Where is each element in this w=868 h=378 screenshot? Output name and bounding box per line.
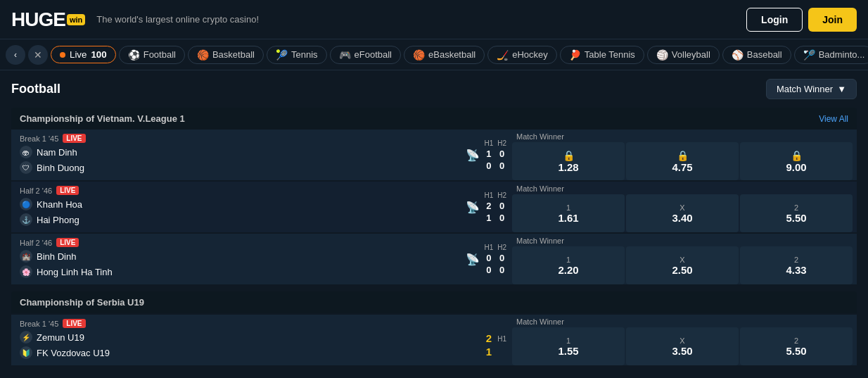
odd-value-x: 4.75 (672, 161, 692, 173)
logo-text: HUGE (11, 8, 65, 31)
odd-box-x[interactable]: 🔒 4.75 (626, 142, 739, 180)
league-header: Championship of Serbia U19 (11, 291, 857, 313)
team-logo: 🔵 (20, 198, 32, 210)
lock-icon: 🔒 (677, 150, 689, 161)
odd-box-1[interactable]: 🔒 1.28 (512, 142, 625, 180)
match-status-line: Half 2 '46 LIVE (20, 186, 452, 195)
odd-box-x[interactable]: X 3.50 (626, 327, 739, 365)
nav-item-tabletennis[interactable]: 🏓 Table Tennis (560, 46, 644, 64)
score-main-col: 2 1 (486, 323, 492, 358)
nav-item-ehockey[interactable]: 🏒 eHockey (487, 46, 557, 64)
match-info: Half 2 '46 LIVE 🏰 Binh Dinh 🌸 Hong Linh … (11, 234, 460, 284)
nav-ebasketball-label: eBasketball (428, 49, 476, 60)
lock-icon: 🔒 (791, 150, 803, 161)
odds-header-row: Match Winner (512, 234, 857, 246)
streaming-icon: 📡 (466, 149, 480, 162)
match-status-line: Half 2 '46 LIVE (20, 238, 452, 247)
odds-boxes: 1 1.55 X 3.50 2 5.50 (512, 327, 857, 365)
match-winner-label: Match Winner (516, 132, 564, 141)
live-badge: LIVE (56, 186, 79, 195)
h1-score-t2: 0 (486, 160, 491, 171)
score-h1-col: H1 (497, 335, 506, 346)
match-info: Half 2 '46 LIVE 🔵 Khanh Hoa ⚓ Hai Phong (11, 182, 460, 232)
nav-item-basketball[interactable]: 🏀 Basketball (188, 46, 264, 64)
streaming-icon: 📡 (466, 253, 480, 266)
h2-score-t2: 0 (499, 160, 504, 171)
nav-football-label: Football (143, 49, 176, 60)
join-button[interactable]: Join (808, 8, 857, 32)
nav-item-volleyball[interactable]: 🏐 Volleyball (647, 46, 720, 64)
odds-boxes: 🔒 1.28 🔒 4.75 🔒 9.00 (512, 142, 857, 180)
dropdown-label: Match Winner (777, 84, 833, 94)
login-button[interactable]: Login (746, 8, 803, 32)
nav-item-efootball[interactable]: 🎮 eFootball (330, 46, 401, 64)
odd-sublabel-2: 2 (794, 336, 798, 345)
nav-item-tennis[interactable]: 🎾 Tennis (267, 46, 327, 64)
odd-value-1: 1.28 (558, 161, 578, 173)
team-logo: 🏟 (20, 146, 32, 158)
odds-area: Match Winner 1 1.55 X 3.50 2 (512, 315, 857, 365)
odd-box-x[interactable]: X 3.40 (626, 194, 739, 232)
team-logo: ⚡ (20, 331, 32, 344)
odd-value-2: 5.50 (786, 345, 806, 357)
h2-score-t2: 0 (499, 213, 504, 223)
match-winner-dropdown[interactable]: Match Winner ▼ (766, 79, 857, 99)
match-row: Break 1 '45 LIVE 🏟 Nam Dinh 🛡 Binh Duong (11, 130, 857, 180)
odd-box-1[interactable]: 1 2.20 (512, 246, 625, 284)
odd-value-x: 3.50 (672, 345, 692, 357)
team-name: Zemun U19 (37, 332, 84, 343)
nav-item-baseball[interactable]: ⚾ Baseball (722, 46, 791, 64)
odd-sublabel-x: X (679, 256, 684, 264)
score-streaming-area: 📡 H1 0 0 H2 0 0 (460, 234, 512, 284)
odd-box-2[interactable]: 2 5.50 (740, 327, 853, 365)
nav-item-football[interactable]: ⚽ Football (119, 46, 185, 64)
odd-box-x[interactable]: X 2.50 (626, 246, 739, 284)
odd-value-1: 1.55 (558, 345, 578, 357)
odd-box-2[interactable]: 2 4.33 (740, 246, 853, 284)
nav-basketball-label: Basketball (212, 49, 255, 60)
odd-sublabel-2: 2 (794, 203, 798, 212)
baseball-icon: ⚾ (732, 49, 743, 61)
blank-label (488, 323, 490, 331)
view-all-link[interactable]: View All (819, 114, 848, 124)
match-teams: 🔵 Khanh Hoa ⚓ Hai Phong (20, 198, 452, 226)
team-logo: 🌸 (20, 265, 32, 278)
odd-box-1[interactable]: 1 1.61 (512, 194, 625, 232)
team-logo: 🔰 (20, 346, 32, 359)
match-time: Break 1 '45 (20, 134, 58, 143)
page-title: Football (11, 82, 60, 96)
score-h1-col: H1 1 0 (484, 139, 493, 171)
odd-box-1[interactable]: 1 1.55 (512, 327, 625, 365)
team-row: 🏟 Nam Dinh (20, 146, 452, 158)
match-info: Break 1 '45 LIVE ⚡ Zemun U19 🔰 FK Vozdov… (11, 315, 480, 365)
h2-label: H2 (497, 244, 506, 251)
tagline: The world's largest online crypto casino… (96, 14, 746, 25)
nav-close-button[interactable]: ✕ (28, 45, 48, 65)
odd-box-2[interactable]: 🔒 9.00 (740, 142, 853, 180)
match-status-line: Break 1 '45 LIVE (20, 134, 452, 143)
h2-score-t1: 0 (499, 201, 504, 211)
header-buttons: Login Join (746, 8, 857, 32)
live-badge: LIVE (56, 238, 79, 247)
h1-label: H1 (484, 191, 493, 199)
odd-sublabel-2: 2 (794, 256, 798, 264)
odd-box-2[interactable]: 2 5.50 (740, 194, 853, 232)
nav-volleyball-label: Volleyball (672, 49, 710, 60)
match-status-line: Break 1 '45 LIVE (20, 319, 472, 328)
h2-score-t1: 0 (499, 149, 504, 159)
nav-prev-button[interactable]: ‹ (6, 45, 25, 65)
football-icon: ⚽ (128, 49, 140, 61)
volleyball-icon: 🏐 (656, 49, 668, 61)
h1-score-t2: 1 (486, 213, 491, 223)
nav-badminton-label: Badminto... (819, 49, 865, 60)
nav-item-badminton[interactable]: 🏸 Badminto... (794, 46, 868, 64)
nav-item-ebasketball[interactable]: 🏀 eBasketball (404, 46, 485, 64)
nav-live-button[interactable]: Live 100 (51, 46, 116, 63)
section-header: Football Match Winner ▼ (11, 79, 857, 99)
streaming-icon: 📡 (466, 201, 480, 214)
h1-label: H1 (497, 335, 506, 343)
odd-value-2: 5.50 (786, 212, 806, 224)
league-name: Championship of Serbia U19 (20, 297, 144, 308)
score-h1-col: H1 2 1 (484, 191, 493, 223)
league-name: Championship of Vietnam. V.League 1 (20, 113, 185, 124)
